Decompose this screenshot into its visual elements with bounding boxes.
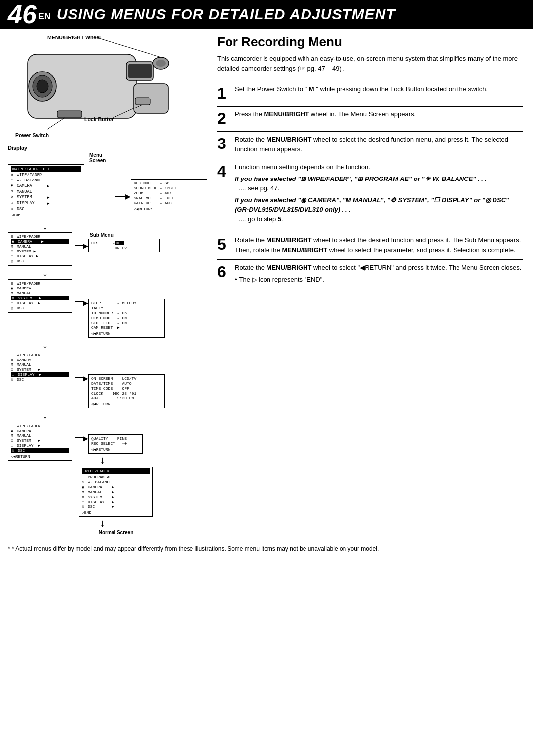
rec-row4: SNAP MODE – FULL (134, 196, 204, 200)
step-5: 5 Rotate the MENU/BRIGHT wheel to select… (217, 232, 523, 254)
svg-rect-11 (57, 111, 82, 118)
display-detail-box: ON SCREEN – LCD/TV DATE/TIME – AUTO TIME… (88, 374, 165, 408)
sub-menu-arrow-row: ▶ DIS – OFF ON LV (75, 239, 160, 252)
dsc-system: ⚙SYSTEM ▶ (11, 438, 69, 443)
menu-item-dsc: ◎DSC (11, 207, 81, 212)
menu-item-camera: ◉CAMERA ▶ (11, 183, 81, 189)
screens-flow: Menu Screen ⊞WIPE/FADER OFF ⊞WIPE/FADER … (8, 152, 207, 535)
left-column: MENU/BRIGHT Wheel (0, 29, 212, 540)
nm-camera: ◉CAMERA ▶ (82, 485, 150, 489)
sys-manual: MMANUAL (11, 291, 69, 295)
svg-rect-5 (128, 64, 152, 78)
normal-menu-header: ⊞WIPE/FADER (82, 468, 150, 474)
disp-d-datetime: DATE/TIME – AUTO (91, 381, 162, 386)
sys-d-tally: TALLY (91, 306, 162, 310)
nm-end: ▷END (82, 510, 150, 515)
left-screens: Menu Screen ⊞WIPE/FADER OFF ⊞WIPE/FADER … (8, 152, 207, 535)
step-1: 1 Set the Power Switch to " M " while pr… (217, 81, 523, 101)
svg-point-8 (156, 60, 166, 67)
rec-return: ◁◀RETURN (134, 207, 204, 211)
page-number: 46 (8, 1, 37, 27)
menu-item-system: ⚙SYSTEM ▶ (11, 195, 81, 200)
section-title: For Recording Menu (217, 35, 523, 50)
dsc-d-rec: REC SELECT – →⊙ (91, 441, 140, 446)
sys-d-beep: BEEP – MELODY (91, 301, 162, 305)
arrow-down-2: ↓ (42, 266, 48, 279)
camera-diagram: MENU/BRIGHT Wheel (8, 35, 195, 143)
right-arrow-rec: ▶ REC MODE – SP SOUND MODE – 12BIT ZOOM … (115, 152, 207, 213)
step-2-content: Press the MENU/BRIGHT wheel in. The Menu… (235, 109, 523, 126)
disp-wipe: ⊞WIPE/FADER (11, 353, 69, 357)
nm-display: ☐DISPLAY ▶ (82, 500, 150, 504)
page-header: 46 EN USING MENUS FOR DETAILED ADJUSTMEN… (0, 0, 533, 29)
system-screen-arrow: ▶ BEEP – MELODY TALLY ID NUMBER – 06 DEM… (75, 299, 165, 338)
menu-screen-header: ⊞WIPE/FADER OFF (11, 166, 81, 172)
menu-screen-box: ⊞WIPE/FADER OFF ⊞WIPE/FADER ☀W. BALANCE … (8, 164, 84, 219)
dsc-wipe: ⊞WIPE/FADER (11, 424, 69, 428)
disp-dsc: ◎DSC (11, 377, 69, 382)
step-2: 2 Press the MENU/BRIGHT wheel in. The Me… (217, 106, 523, 126)
dsc-flow-box: ⊞WIPE/FADER ◉CAMERA MMANUAL ⚙SYSTEM ▶ ☐D… (8, 422, 72, 461)
rec-row1: REC MODE – SP (134, 181, 204, 185)
footer-asterisk: * (8, 545, 10, 552)
lock-label: Lock Button (84, 116, 114, 122)
dsc-d-quality: QUALITY – FINE (91, 436, 140, 441)
diagram-lines (8, 35, 195, 143)
sys-d-demo: DEMO.MODE – ON (91, 316, 162, 320)
step-4-sub-b-label: If you have selected "◉ CAMERA", "M MANU… (235, 195, 523, 215)
mf2-dsc: ◎DSC (11, 259, 69, 263)
disp-d-adj: ADJ. 5:30 PM (91, 396, 162, 400)
step-4: 4 Function menu setting depends on the f… (217, 159, 523, 227)
arrow-down-1: ↓ (42, 219, 48, 232)
page-title: USING MENUS FOR DETAILED ADJUSTMENT (57, 6, 396, 23)
arrow-down-6: ↓ (100, 517, 153, 530)
power-label: Power Switch (15, 132, 49, 138)
system-detail-box: BEEP – MELODY TALLY ID NUMBER – 06 DEMO.… (88, 299, 165, 338)
step-6-bullet: The ▷ icon represents "END". (235, 275, 523, 285)
nm-system: ⚙SYSTEM ▶ (82, 495, 150, 499)
arrow-down-3: ↓ (42, 338, 48, 351)
rec-mode-screen: REC MODE – SP SOUND MODE – 12BIT ZOOM – … (131, 179, 207, 213)
arrow-down-4: ↓ (42, 408, 48, 421)
rec-row5: GAIN UP – AGC (134, 201, 204, 205)
display-label: Display (8, 145, 207, 151)
step-3: 3 Rotate the MENU/BRIGHT wheel to select… (217, 131, 523, 154)
disp-d-clock: CLOCK DEC 25 '01 (91, 391, 162, 396)
menu-item-wbalance: ☀W. BALANCE (11, 178, 81, 183)
normal-menu-box: ⊞WIPE/FADER ⊞PROGRAM AE ☀W. BALANCE ◉CAM… (79, 467, 153, 517)
sub-menu-col: Sub Menu ▶ DIS – OFF ON LV (75, 232, 160, 252)
step-6: 6 Rotate the MENU/BRIGHT wheel to select… (217, 259, 523, 284)
sub-menu-section: ⊞WIPE/FADER ◉CAMERA ▶ MMANUAL ⚙SYSTEM ▶ … (8, 232, 160, 266)
main-flow-box2: ⊞WIPE/FADER ◉CAMERA ▶ MMANUAL ⚙SYSTEM ▶ … (8, 232, 72, 266)
dsc-detail-box: QUALITY – FINE REC SELECT – →⊙ ◁◀RETURN (88, 434, 143, 454)
step-5-number: 5 (217, 235, 235, 254)
normal-screen-label: Normal Screen (79, 530, 153, 535)
dsc-d-return: ◁◀RETURN (91, 447, 140, 452)
disp-display: ☐DISPLAY ▶ (11, 372, 69, 377)
svg-point-3 (37, 80, 48, 93)
nm-manual: MMANUAL ▶ (82, 490, 150, 494)
step-4-sub-a-label: If you have selected "⊞ WIPE/FADER", "⊞ … (235, 174, 523, 184)
mf2-manual: MMANUAL (11, 244, 69, 249)
intro-text: This camcorder is equipped with an easy-… (217, 54, 523, 73)
step-5-content: Rotate the MENU/BRIGHT wheel to select t… (235, 235, 523, 254)
footer-text: * Actual menus differ by model and may a… (12, 545, 379, 552)
rec-row3: ZOOM – 40X (134, 191, 204, 195)
disp-manual: MMANUAL (11, 362, 69, 367)
dsc-return: ◁◀RETURN (11, 454, 69, 459)
display-screen-row: ⊞WIPE/FADER ◉CAMERA MMANUAL ⚙SYSTEM ▶ ☐D… (8, 351, 165, 408)
disp-system: ⚙SYSTEM ▶ (11, 367, 69, 372)
sys-d-id: ID NUMBER – 06 (91, 311, 162, 315)
dsc-dsc: ◎DSC (11, 448, 69, 453)
step-4-sub-b-text: .... go to step 5. (239, 215, 523, 224)
footer-note: * * Actual menus differ by model and may… (0, 540, 533, 558)
dsc-right: ▶ QUALITY – FINE REC SELECT – →⊙ ◁◀RETUR… (75, 422, 153, 536)
menu-screen-col: Menu Screen ⊞WIPE/FADER OFF ⊞WIPE/FADER … (8, 152, 113, 219)
sub-row-dis: DIS – OFF (91, 241, 157, 245)
menu-item-display: ☐DISPLAY ▶ (11, 201, 81, 206)
sub-row-on: ON LV (91, 246, 157, 250)
menu-item-wipe: ⊞WIPE/FADER (11, 173, 81, 178)
mf2-display: ☐DISPLAY ▶ (11, 254, 69, 258)
sys-dsc: ◎DSC (11, 306, 69, 310)
step-6-content: Rotate the MENU/BRIGHT wheel to select "… (235, 263, 523, 284)
